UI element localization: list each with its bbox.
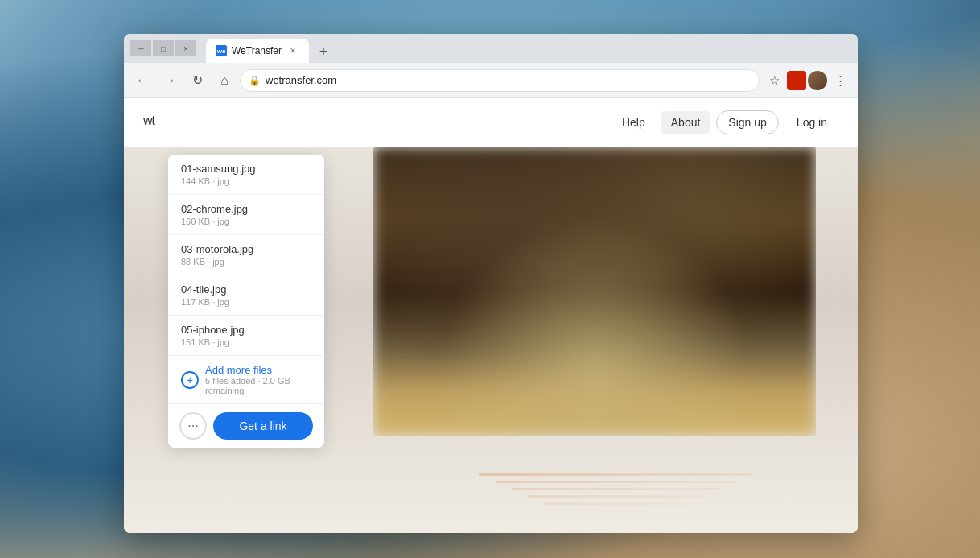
- close-button[interactable]: ×: [175, 40, 196, 56]
- file-info-2: 160 KB · jpg: [181, 217, 311, 226]
- file-info-1: 144 KB · jpg: [181, 176, 311, 186]
- menu-button[interactable]: ⋮: [829, 69, 851, 92]
- active-tab[interactable]: we WeTransfer ×: [206, 39, 309, 63]
- signup-button[interactable]: Sign up: [716, 110, 778, 134]
- address-bar[interactable]: 🔒 wetransfer.com: [240, 69, 760, 92]
- file-item-5[interactable]: 05-iphone.jpg 151 KB · jpg: [168, 316, 324, 356]
- page-content: wt Help About Sign up Log in: [124, 98, 858, 533]
- file-name-1: 01-samsung.jpg: [181, 163, 311, 175]
- bookmark-button[interactable]: ☆: [763, 69, 785, 92]
- svg-text:wt: wt: [143, 114, 156, 127]
- help-link[interactable]: Help: [612, 111, 655, 134]
- deco-line-5: [543, 502, 688, 505]
- wetransfer-logo: wt: [143, 112, 175, 133]
- new-tab-button[interactable]: +: [312, 40, 335, 63]
- home-button[interactable]: ⌂: [212, 68, 237, 93]
- file-name-2: 02-chrome.jpg: [181, 203, 311, 215]
- navigation-bar: ← → ↻ ⌂ 🔒 wetransfer.com ☆ ⋮: [124, 63, 858, 98]
- url-text: wetransfer.com: [266, 74, 751, 86]
- file-item-1[interactable]: 01-samsung.jpg 144 KB · jpg: [168, 155, 324, 195]
- panel-footer: ··· Get a link: [168, 404, 324, 448]
- file-item-4[interactable]: 04-tile.jpg 117 KB · jpg: [168, 275, 324, 316]
- blurred-photo: [373, 147, 816, 436]
- tab-favicon: we: [216, 45, 227, 56]
- get-link-button[interactable]: Get a link: [213, 412, 313, 440]
- file-list: 01-samsung.jpg 144 KB · jpg 02-chrome.jp…: [168, 155, 324, 404]
- deco-line-3: [511, 488, 720, 490]
- refresh-button[interactable]: ↻: [185, 68, 209, 93]
- login-button[interactable]: Log in: [785, 111, 838, 134]
- extension-badge[interactable]: [787, 71, 806, 90]
- window-controls: ─ □ ×: [130, 40, 196, 56]
- about-link[interactable]: About: [661, 111, 710, 134]
- file-name-3: 03-motorola.jpg: [181, 243, 311, 255]
- file-info-5: 151 KB · jpg: [181, 337, 311, 347]
- browser-window: ─ □ × we WeTransfer × + ← → ↻ ⌂ 🔒 wetran…: [124, 34, 858, 533]
- add-files-text-group: Add more files 5 files added · 2.0 GB re…: [205, 364, 311, 395]
- maximize-button[interactable]: □: [153, 40, 174, 56]
- wetransfer-main: 01-samsung.jpg 144 KB · jpg 02-chrome.jp…: [124, 147, 858, 533]
- title-bar: ─ □ × we WeTransfer × +: [124, 34, 858, 63]
- options-icon: ···: [187, 419, 198, 433]
- deco-line-4: [527, 495, 704, 498]
- deco-line-1: [479, 473, 752, 476]
- file-info-3: 88 KB · jpg: [181, 257, 311, 267]
- file-item-2[interactable]: 02-chrome.jpg 160 KB · jpg: [168, 195, 324, 235]
- decorative-lines: [373, 453, 858, 525]
- add-files-sub: 5 files added · 2.0 GB remaining: [205, 376, 311, 395]
- tab-close-button[interactable]: ×: [286, 44, 299, 57]
- add-icon: +: [181, 371, 199, 389]
- wetransfer-nav: Help About Sign up Log in: [612, 110, 838, 134]
- lock-icon: 🔒: [249, 75, 261, 86]
- back-button[interactable]: ←: [130, 68, 154, 93]
- upload-panel: 01-samsung.jpg 144 KB · jpg 02-chrome.jp…: [168, 155, 324, 448]
- nav-actions: ☆ ⋮: [763, 69, 851, 92]
- tab-bar: we WeTransfer × +: [206, 34, 851, 63]
- file-info-4: 117 KB · jpg: [181, 297, 311, 307]
- add-files-row[interactable]: + Add more files 5 files added · 2.0 GB …: [168, 356, 324, 404]
- preview-image: [373, 147, 816, 436]
- file-item-3[interactable]: 03-motorola.jpg 88 KB · jpg: [168, 235, 324, 275]
- tab-title: WeTransfer: [232, 45, 282, 56]
- deco-line-2: [495, 481, 736, 483]
- wetransfer-header: wt Help About Sign up Log in: [124, 98, 858, 147]
- add-files-label: Add more files: [205, 364, 311, 376]
- file-name-4: 04-tile.jpg: [181, 283, 311, 296]
- file-name-5: 05-iphone.jpg: [181, 324, 311, 336]
- profile-avatar[interactable]: [808, 71, 827, 90]
- options-button[interactable]: ···: [179, 412, 207, 440]
- minimize-button[interactable]: ─: [130, 40, 151, 56]
- forward-button[interactable]: →: [158, 68, 182, 93]
